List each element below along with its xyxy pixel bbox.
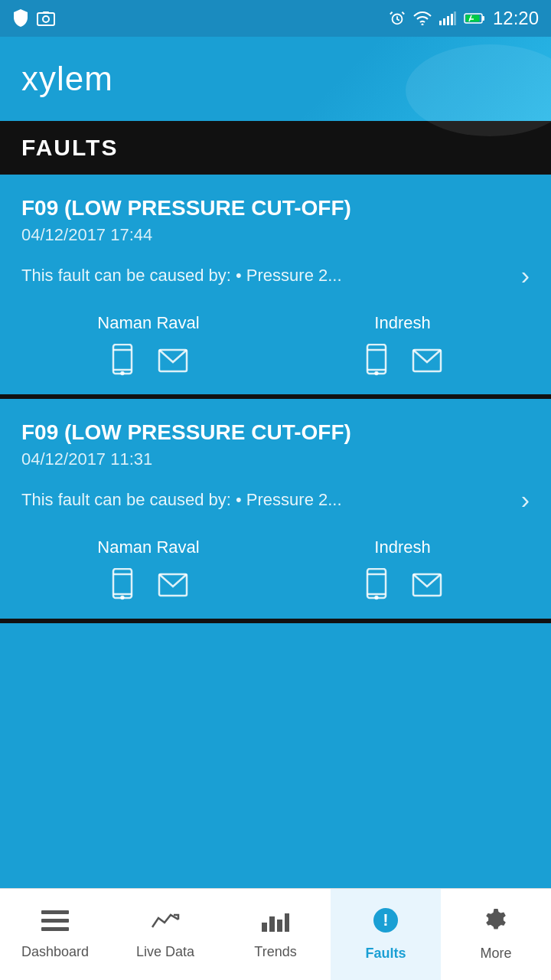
contact-icons-2 <box>363 344 442 377</box>
trends-icon <box>261 909 290 938</box>
email-button-3[interactable] <box>158 573 188 597</box>
svg-line-4 <box>390 12 393 15</box>
svg-rect-2 <box>43 11 49 14</box>
nav-item-trends[interactable]: Trends <box>220 889 331 980</box>
fault-description-row-1[interactable]: This fault can be caused by: • Pressure … <box>21 260 530 290</box>
svg-rect-0 <box>37 13 54 25</box>
nav-item-live-data[interactable]: Live Data <box>110 889 220 980</box>
svg-rect-8 <box>443 18 445 25</box>
more-icon <box>483 907 509 939</box>
phone-button-3[interactable] <box>109 568 136 602</box>
svg-point-20 <box>122 372 124 374</box>
svg-rect-10 <box>451 14 453 25</box>
svg-rect-40 <box>262 923 267 932</box>
fault-list: F09 (LOW PRESSURE CUT-OFF) 04/12/2017 17… <box>0 175 551 623</box>
app-logo: xylem <box>21 60 113 98</box>
svg-text:!: ! <box>383 910 388 929</box>
nav-label-more: More <box>480 946 511 962</box>
svg-rect-14 <box>465 15 479 22</box>
chevron-right-icon-1: › <box>521 260 530 290</box>
faults-icon: ! <box>373 907 399 939</box>
fault-datetime-1: 04/12/2017 17:44 <box>21 225 530 245</box>
status-bar: 12:20 <box>0 0 551 37</box>
nav-label-dashboard: Dashboard <box>21 944 89 960</box>
svg-rect-9 <box>447 16 449 25</box>
svg-rect-7 <box>439 21 442 25</box>
photo-icon <box>37 11 55 26</box>
status-time: 12:20 <box>493 8 539 29</box>
contact-2-indresh: Indresh <box>276 537 530 602</box>
svg-point-6 <box>421 24 423 26</box>
svg-rect-42 <box>277 920 282 932</box>
contact-name-1: Naman Raval <box>97 313 199 333</box>
nav-item-faults[interactable]: ! Faults <box>331 889 441 980</box>
fault-card-2: F09 (LOW PRESSURE CUT-OFF) 04/12/2017 11… <box>0 399 551 623</box>
svg-line-5 <box>402 12 404 15</box>
phone-button-2[interactable] <box>363 344 390 377</box>
fault-title-2: F09 (LOW PRESSURE CUT-OFF) <box>21 420 530 445</box>
battery-icon <box>464 12 485 24</box>
alarm-icon <box>389 10 406 27</box>
svg-rect-41 <box>269 916 275 932</box>
dashboard-icon <box>41 910 69 938</box>
svg-rect-43 <box>285 913 289 932</box>
page-title: FAULTS <box>21 135 118 160</box>
bottom-nav: Dashboard Live Data Trends ! Faults More <box>0 888 551 980</box>
signal-icon <box>439 11 456 25</box>
contact-1-indresh: Indresh <box>276 313 530 377</box>
email-button-2[interactable] <box>412 348 442 373</box>
svg-point-30 <box>122 596 124 599</box>
contact-name-4: Indresh <box>374 537 430 557</box>
app-header: xylem <box>0 37 551 121</box>
fault-card-1: F09 (LOW PRESSURE CUT-OFF) 04/12/2017 17… <box>0 175 551 399</box>
contacts-row-2: Naman Raval <box>21 537 530 602</box>
contact-name-3: Naman Raval <box>97 537 199 557</box>
status-bar-left-icons <box>12 8 55 28</box>
nav-label-live-data: Live Data <box>136 944 194 960</box>
contact-2-naman: Naman Raval <box>21 537 276 602</box>
svg-rect-13 <box>482 16 484 21</box>
svg-point-25 <box>376 372 378 374</box>
svg-rect-37 <box>41 910 69 914</box>
live-data-icon <box>151 909 180 938</box>
nav-label-trends: Trends <box>254 944 296 960</box>
svg-point-1 <box>43 16 49 22</box>
svg-rect-38 <box>41 919 69 923</box>
fault-description-row-2[interactable]: This fault can be caused by: • Pressure … <box>21 485 530 514</box>
contact-1-naman: Naman Raval <box>21 313 276 377</box>
fault-title-1: F09 (LOW PRESSURE CUT-OFF) <box>21 196 530 220</box>
svg-point-35 <box>376 596 378 599</box>
phone-button-1[interactable] <box>109 344 136 377</box>
fault-description-2: This fault can be caused by: • Pressure … <box>21 490 512 510</box>
svg-rect-39 <box>41 927 69 931</box>
nav-item-dashboard[interactable]: Dashboard <box>0 889 110 980</box>
nav-item-more[interactable]: More <box>441 889 551 980</box>
fault-datetime-2: 04/12/2017 11:31 <box>21 449 530 469</box>
chevron-right-icon-2: › <box>521 485 530 514</box>
contact-icons-3 <box>109 568 188 602</box>
wifi-icon <box>413 11 432 25</box>
contact-icons-1 <box>109 344 188 377</box>
svg-rect-11 <box>454 11 456 25</box>
status-bar-right-icons: 12:20 <box>389 8 539 29</box>
email-button-4[interactable] <box>412 573 442 597</box>
nav-label-faults: Faults <box>365 946 406 962</box>
contacts-row-1: Naman Raval <box>21 313 530 377</box>
shield-icon <box>12 8 29 28</box>
contact-icons-4 <box>363 568 442 602</box>
email-button-1[interactable] <box>158 348 188 373</box>
phone-button-4[interactable] <box>363 568 390 602</box>
contact-name-2: Indresh <box>374 313 430 333</box>
fault-description-1: This fault can be caused by: • Pressure … <box>21 266 512 286</box>
